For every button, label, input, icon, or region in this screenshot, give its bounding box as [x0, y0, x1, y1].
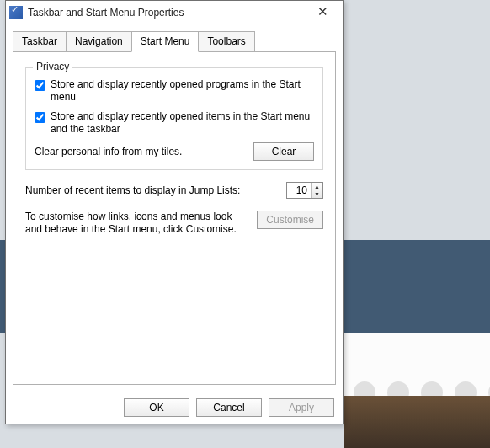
clear-button[interactable]: Clear: [253, 142, 314, 161]
background-wood: [344, 396, 490, 448]
close-icon[interactable]: ✕: [307, 4, 338, 21]
dialog-button-row: OK Cancel Apply: [6, 392, 343, 424]
tab-taskbar[interactable]: Taskbar: [13, 31, 67, 51]
checkbox-recent-items[interactable]: [35, 112, 45, 123]
titlebar: Taskbar and Start Menu Properties ✕: [6, 1, 343, 24]
label-recent-items: Store and display recently opened items …: [51, 110, 314, 136]
spinner-down-icon[interactable]: ▼: [312, 190, 322, 198]
customise-button[interactable]: Customise: [257, 211, 323, 229]
jump-list-label: Number of recent items to display in Jum…: [25, 184, 286, 196]
ok-button[interactable]: OK: [124, 398, 189, 417]
tab-navigation[interactable]: Navigation: [66, 31, 132, 51]
checkbox-recent-programs[interactable]: [35, 80, 45, 91]
apply-button[interactable]: Apply: [269, 398, 334, 417]
window-icon: [9, 6, 23, 19]
tab-panel-start-menu: Privacy Store and display recently opene…: [13, 51, 336, 385]
jump-list-input[interactable]: [287, 183, 311, 198]
jump-list-spinner[interactable]: ▲ ▼: [286, 182, 323, 199]
spinner-up-icon[interactable]: ▲: [312, 183, 322, 190]
cancel-button[interactable]: Cancel: [196, 398, 262, 417]
customise-description: To customise how links, icons and menus …: [25, 211, 248, 236]
window-title: Taskbar and Start Menu Properties: [28, 7, 307, 19]
privacy-group: Privacy Store and display recently opene…: [25, 67, 323, 170]
privacy-group-label: Privacy: [33, 61, 72, 72]
clear-tiles-text: Clear personal info from my tiles.: [35, 146, 253, 157]
tab-strip: Taskbar Navigation Start Menu Toolbars: [6, 24, 343, 51]
tab-start-menu[interactable]: Start Menu: [131, 31, 200, 52]
properties-dialog: Taskbar and Start Menu Properties ✕ Task…: [5, 0, 344, 424]
tab-toolbars[interactable]: Toolbars: [198, 31, 254, 51]
label-recent-programs: Store and display recently opened progra…: [51, 78, 314, 104]
